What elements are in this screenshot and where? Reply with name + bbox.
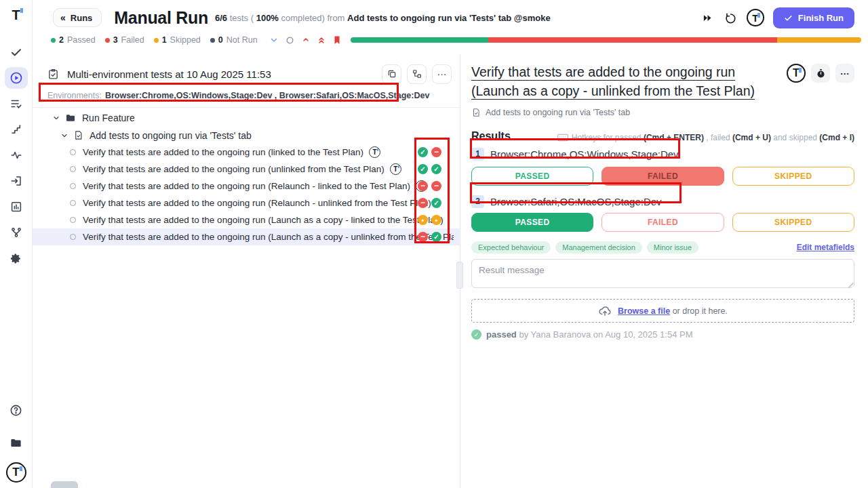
result-badges (418, 198, 441, 208)
testomat-badge-icon: T (390, 163, 401, 175)
result-badges (418, 215, 441, 225)
test-row-selected[interactable]: Verify that tests are added to the ongoi… (33, 228, 460, 245)
passed-button[interactable]: PASSED (471, 213, 593, 232)
test-more-button[interactable]: ··· (835, 64, 854, 83)
test-row[interactable]: Verify that tests are added to the ongoi… (33, 161, 460, 178)
results-heading: Results (471, 130, 511, 142)
edit-metafields-link[interactable]: Edit metafields (797, 243, 854, 252)
test-row[interactable]: Verify that tests are added to the ongoi… (33, 144, 460, 161)
circle-icon[interactable] (285, 36, 294, 45)
import-icon[interactable] (5, 170, 28, 192)
back-to-runs-button[interactable]: « Runs (53, 8, 102, 27)
branch-icon[interactable] (5, 222, 28, 243)
stopwatch-icon (816, 68, 826, 79)
tests-check-icon[interactable] (5, 41, 28, 63)
result-badge-env2 (431, 164, 441, 174)
steps-icon[interactable] (5, 119, 28, 140)
left-sidebar: T T (0, 0, 33, 488)
retry-timer-icon[interactable] (722, 8, 741, 27)
group-by-suite-button[interactable] (407, 64, 427, 84)
result-badge-env2 (431, 147, 441, 157)
timer-button[interactable] (811, 64, 830, 83)
help-icon[interactable] (5, 399, 28, 421)
tree-folder-run-feature[interactable]: Run Feature (33, 109, 460, 127)
skipped-button[interactable]: SKIPPED (732, 167, 854, 186)
passed-button[interactable]: PASSED (471, 167, 593, 186)
fast-forward-icon[interactable] (698, 8, 717, 27)
tag-management-decision[interactable]: Management decision (555, 241, 642, 253)
hierarchy-icon (412, 69, 422, 79)
failed-button[interactable]: FAILED (601, 167, 724, 186)
result-message-input[interactable] (471, 259, 854, 288)
testomat-badge-icon: T (369, 146, 380, 158)
browse-file-link[interactable]: Browse a file (618, 306, 670, 316)
bookmark-icon[interactable] (333, 35, 341, 45)
skipped-button[interactable]: SKIPPED (732, 213, 854, 232)
result-badge-env1 (418, 215, 428, 225)
document-icon (471, 108, 481, 117)
check-icon (784, 14, 793, 22)
app-logo-icon[interactable]: T (7, 5, 26, 24)
result-badge-env1 (418, 147, 428, 157)
failed-button[interactable]: FAILED (601, 213, 724, 232)
skipped-count: 1Skipped (154, 35, 201, 45)
cloud-upload-icon (598, 305, 612, 317)
result-badge-env1 (418, 198, 428, 208)
testomat-badge-icon: T (787, 64, 806, 83)
bottom-overlay-fragment (51, 481, 78, 488)
progress-failed-segment (488, 37, 777, 43)
copy-icon (387, 69, 397, 79)
file-dropzone[interactable]: Browse a file or drop it here. (471, 299, 854, 323)
test-tree: Run Feature Add tests to ongoing run via… (33, 108, 460, 245)
test-bullet-icon (70, 149, 76, 155)
result-badges (418, 164, 441, 174)
failed-count: 3Failed (105, 35, 144, 45)
projects-folder-icon[interactable] (5, 432, 28, 453)
test-row[interactable]: Verify that tests are added to the ongoi… (33, 211, 460, 228)
chevron-up-icon[interactable] (302, 36, 310, 44)
settings-gear-icon[interactable] (5, 247, 28, 269)
run-summary: 6/6 tests ( 100% completed) from Add tes… (215, 13, 551, 23)
clipboard-check-icon (47, 68, 59, 80)
test-row[interactable]: Verify that tests are added to the ongoi… (33, 178, 460, 195)
test-row[interactable]: Verify that tests are added to the ongoi… (33, 195, 460, 211)
double-chevron-up-icon[interactable] (317, 35, 326, 45)
chevron-down-icon[interactable] (53, 115, 60, 121)
result-badge-env2 (431, 198, 441, 208)
result-status-line: ✓ passed by Yana Baranova on Aug 10, 202… (471, 329, 854, 340)
passed-count: 2Passed (51, 35, 96, 45)
run-title: Multi-environment tests at 10 Aug 2025 1… (67, 68, 376, 80)
hotkeys-hint: Hotkeys for passed (Cmd + ENTER) , faile… (557, 133, 854, 142)
chevron-down-icon[interactable] (61, 132, 68, 139)
test-bullet-icon (70, 166, 76, 172)
runs-play-icon[interactable] (5, 67, 28, 89)
finish-run-button[interactable]: Finish Run (773, 7, 854, 28)
tag-minor-issue[interactable]: Minor issue (647, 241, 698, 253)
environment-section-2: 2 Browser:Safari,OS:MacOS,Stage:Dev PASS… (471, 192, 854, 232)
run-progress-bar (351, 37, 861, 43)
tag-expected-behaviour[interactable]: Expected behaviour (471, 241, 551, 253)
environments-line: Environments:Browser:Chrome,OS:Windows,S… (47, 88, 460, 103)
progress-skipped-segment (777, 37, 861, 43)
test-title-link[interactable]: Verify that tests are added to the ongoi… (471, 62, 764, 100)
plans-list-check-icon[interactable] (5, 93, 28, 115)
result-badges (418, 232, 441, 242)
user-logo-icon[interactable]: T (746, 8, 765, 27)
result-badges (418, 147, 441, 157)
copy-run-button[interactable] (382, 64, 401, 84)
chevron-down-icon[interactable] (270, 36, 278, 44)
result-badge-env2 (431, 181, 441, 191)
account-logo-icon[interactable]: T (6, 462, 26, 483)
document-check-icon (73, 130, 83, 140)
pulse-icon[interactable] (5, 144, 28, 166)
environment-name: Browser:Safari,OS:MacOS,Stage:Dev (490, 196, 662, 207)
suite-breadcrumb[interactable]: Add tests to ongoing run via 'Tests' tab (471, 107, 854, 118)
tree-suite[interactable]: Add tests to ongoing run via 'Tests' tab (33, 127, 460, 144)
keyboard-icon (557, 134, 568, 142)
environment-number-badge: 1 (471, 148, 484, 161)
run-more-button[interactable]: ··· (432, 64, 452, 84)
result-badge-env1 (418, 232, 428, 242)
status-bar: 2Passed 3Failed 1Skipped 0Not Run (33, 30, 868, 50)
environment-number-badge: 2 (471, 195, 484, 208)
report-chart-icon[interactable] (5, 196, 28, 218)
